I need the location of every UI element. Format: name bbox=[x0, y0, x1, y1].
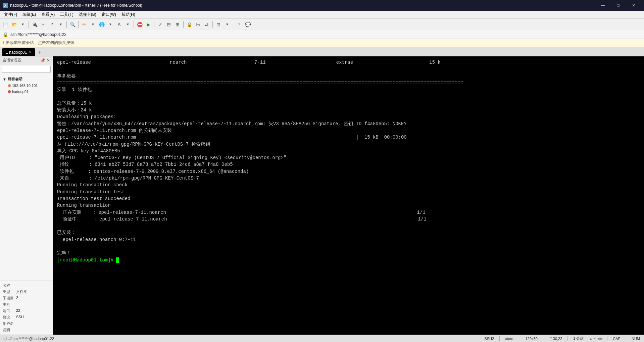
tab-close-icon[interactable]: ✕ bbox=[29, 50, 32, 54]
dropdown-button2[interactable]: ▼ bbox=[57, 20, 65, 29]
arrow-up-icon: ▲ bbox=[589, 337, 593, 340]
tree-group-header[interactable]: ▼ 所有会话 bbox=[0, 76, 53, 83]
maximize-pane-button[interactable]: ⤢ bbox=[156, 20, 164, 29]
menu-edit[interactable]: 编辑(E) bbox=[20, 11, 39, 18]
sidebar-search-input[interactable] bbox=[2, 66, 51, 72]
menu-file[interactable]: 文件(F) bbox=[1, 11, 20, 18]
status-sessions: 1 会话 bbox=[572, 336, 585, 341]
info-value-type: 文件夹 bbox=[16, 289, 50, 294]
arrow-left-icon: ◀ bbox=[597, 337, 600, 340]
tree-item-label-ip: 192.168.10.101 bbox=[12, 84, 38, 88]
dropdown-button[interactable]: ▼ bbox=[19, 20, 27, 29]
cursor-pos: 30,22 bbox=[553, 337, 562, 341]
status-num: NUM bbox=[630, 337, 641, 341]
sidebar-close-icon[interactable]: ✕ bbox=[47, 58, 50, 63]
dropdown-split-button[interactable]: ⊡ bbox=[214, 20, 222, 29]
globe-button[interactable]: 🌐 bbox=[98, 20, 106, 29]
compose-button[interactable]: ✏ bbox=[80, 20, 88, 29]
restore-button[interactable]: □ bbox=[610, 0, 626, 11]
toolbar-separator-7 bbox=[212, 21, 213, 28]
cursor-icon: ⬚ bbox=[549, 336, 552, 341]
info-label-port: 端口 bbox=[3, 308, 16, 313]
toolbar-separator-1 bbox=[29, 21, 29, 28]
info-value-desc bbox=[16, 328, 50, 333]
new-file-button[interactable]: 📄 bbox=[1, 20, 9, 29]
split-v-button[interactable]: ⊞ bbox=[174, 20, 182, 29]
addressbar: 🔒 ssh://tom:*******@hadoop01:22 bbox=[0, 30, 644, 39]
tabbar: 1 hadoop01 ✕ + bbox=[0, 47, 644, 56]
statusbar: ssh://tom:*******@hadoop01:22 SSH2 xterm… bbox=[0, 335, 644, 342]
lock-icon: 🔒 bbox=[3, 32, 8, 37]
tree-item-hadoop01[interactable]: hadoop01 bbox=[0, 89, 53, 95]
info-row-protocol: 协议 SSH bbox=[0, 314, 53, 321]
menubar: 文件(F) 编辑(E) 查看(V) 工具(T) 选项卡(B) 窗口(W) 帮助(… bbox=[0, 11, 644, 19]
dimensions-label: 129x30 bbox=[526, 337, 538, 341]
info-label-protocol: 协议 bbox=[3, 315, 16, 320]
close-button[interactable]: ✕ bbox=[626, 0, 641, 11]
menu-tabs[interactable]: 选项卡(B) bbox=[76, 11, 99, 18]
info-value-host bbox=[16, 302, 50, 307]
info-value-name bbox=[16, 283, 50, 288]
status-protocol: SSH2 bbox=[483, 337, 495, 341]
info-row-name: 名称 bbox=[0, 282, 53, 289]
tab-add-button[interactable]: + bbox=[36, 49, 43, 56]
status-cursor: ⬚ 30,22 bbox=[547, 336, 564, 341]
menu-help[interactable]: 帮助(H) bbox=[119, 11, 138, 18]
minimize-button[interactable]: — bbox=[595, 0, 610, 11]
font-button[interactable]: A bbox=[115, 20, 123, 29]
info-label-name: 名称 bbox=[3, 283, 16, 288]
info-label-type: 类型 bbox=[3, 289, 16, 294]
info-row-port: 端口 22 bbox=[0, 308, 53, 314]
status-encoding: xterm bbox=[504, 337, 516, 341]
tree-group-all: ▼ 所有会话 192.168.10.101 hadoop01 bbox=[0, 76, 53, 95]
key-button[interactable]: 🗝 bbox=[194, 20, 202, 29]
sidebar: 会话管理器 📌 ✕ ▼ 所有会话 192.168.10.101 bbox=[0, 56, 53, 335]
sidebar-header: 会话管理器 📌 ✕ bbox=[0, 56, 53, 64]
window-controls: — □ ✕ bbox=[595, 0, 641, 11]
encoding-label: xterm bbox=[505, 337, 514, 341]
info-row-type: 类型 文件夹 bbox=[0, 289, 53, 295]
help-button[interactable]: ? bbox=[235, 20, 243, 29]
main-content: 会话管理器 📌 ✕ ▼ 所有会话 192.168.10.101 bbox=[0, 56, 644, 335]
status-sep-5 bbox=[607, 336, 607, 341]
menu-tools[interactable]: 工具(T) bbox=[57, 11, 76, 18]
notify-text: 要添加当前会话，点击左侧的箭头按钮。 bbox=[6, 40, 78, 46]
arrow-down-icon: ▼ bbox=[593, 337, 596, 340]
open-button[interactable]: 📂 bbox=[10, 20, 18, 29]
sidebar-header-icons: 📌 ✕ bbox=[40, 58, 50, 63]
split-h-button[interactable]: ⊟ bbox=[165, 20, 173, 29]
menu-window[interactable]: 窗口(W) bbox=[99, 11, 119, 18]
dropdown-split-button2[interactable]: ▼ bbox=[223, 20, 231, 29]
dropdown-button4[interactable]: ▼ bbox=[106, 20, 114, 29]
dropdown-button3[interactable]: ▼ bbox=[89, 20, 97, 29]
sidebar-pin-icon[interactable]: 📌 bbox=[40, 58, 45, 63]
info-label-username: 用户名 bbox=[3, 321, 16, 326]
terminal[interactable]: epel-release noarch 7-11 extras 15 k 事务概… bbox=[53, 56, 644, 335]
tab-hadoop01[interactable]: 1 hadoop01 ✕ bbox=[2, 48, 35, 56]
stop-button[interactable]: ⛔ bbox=[136, 20, 144, 29]
disconnect-button[interactable]: ✂ bbox=[39, 20, 47, 29]
status-sep-1 bbox=[499, 336, 500, 341]
status-sep-4 bbox=[567, 336, 568, 341]
lock-button[interactable]: 🔒 bbox=[185, 20, 193, 29]
dropdown-button5[interactable]: ▼ bbox=[124, 20, 132, 29]
tab-label: 1 hadoop01 bbox=[6, 50, 27, 55]
connect-button[interactable]: 🔌 bbox=[31, 20, 39, 29]
info-row-desc: 说明 bbox=[0, 327, 53, 333]
status-sep-6 bbox=[626, 336, 626, 341]
info-label-desc: 说明 bbox=[3, 328, 16, 333]
transfer-button[interactable]: ⇄ bbox=[203, 20, 211, 29]
tree-item-ip[interactable]: 192.168.10.101 bbox=[0, 83, 53, 89]
status-dot-red bbox=[8, 90, 11, 93]
toolbar-separator-4 bbox=[134, 21, 134, 28]
window-title: hadoop01 - tom@Hadoop01:/home/tom - Xshe… bbox=[10, 3, 595, 8]
toolbar-separator-5 bbox=[154, 21, 154, 28]
status-dot-orange bbox=[8, 84, 11, 87]
comment-button[interactable]: 💬 bbox=[244, 20, 252, 29]
toolbar-separator-3 bbox=[78, 21, 79, 28]
reconnect-button[interactable]: ↺ bbox=[48, 20, 56, 29]
menu-view[interactable]: 查看(V) bbox=[39, 11, 57, 18]
play-button[interactable]: ▶ bbox=[144, 20, 152, 29]
status-arrows: ▲ ▼ ◀ ▶ bbox=[589, 337, 603, 340]
search-button[interactable]: 🔍 bbox=[68, 20, 77, 29]
